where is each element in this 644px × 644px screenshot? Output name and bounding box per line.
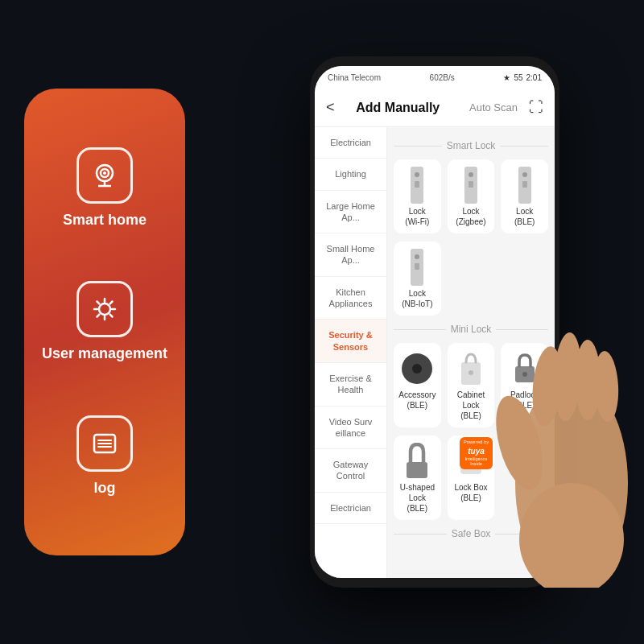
device-u-lock[interactable]: U-shaped Lock(BLE) — [394, 436, 441, 520]
svg-point-25 — [522, 372, 527, 377]
device-lock-ble[interactable]: Lock(BLE) — [501, 159, 548, 233]
u-lock-label: U-shaped Lock(BLE) — [398, 482, 436, 514]
safe-box-label-text: Safe Box — [452, 528, 491, 539]
accessory-icon-area — [399, 351, 435, 386]
nav-bar-inner: < Add Manually Auto Scan ⛶ — [326, 99, 543, 116]
lock-nbiot-icon-area — [399, 250, 435, 285]
lock-ble-icon-area — [507, 167, 543, 203]
tuya-name: tuya — [464, 446, 489, 456]
device-list-area: Smart Lock Lock( — [387, 127, 555, 578]
accessory-ble-label: Accessory(BLE) — [398, 390, 436, 411]
mini-lock-grid: Accessory(BLE) Cabinet Loc — [394, 343, 548, 427]
smart-lock-label-text: Smart Lock — [447, 140, 496, 151]
tuya-badge: Powered by tuya IntelligenceInside — [460, 437, 493, 469]
tuya-powered-by: Powered by — [464, 440, 489, 446]
svg-rect-12 — [415, 181, 419, 188]
auto-scan-tab[interactable]: Auto Scan — [469, 101, 518, 114]
gear-icon — [88, 292, 122, 326]
camera-icon — [88, 159, 122, 192]
battery-text: 55 — [514, 73, 522, 82]
network-speed: 602B/s — [430, 73, 455, 82]
lock-nbiot-icon — [410, 247, 424, 287]
lock-wifi-label: Lock(Wi-Fi) — [405, 206, 429, 227]
sidebar-item-smart-home[interactable]: Smart home — [63, 147, 147, 229]
scan-icon[interactable]: ⛶ — [529, 99, 543, 116]
mini-lock-label-text: Mini Lock — [451, 324, 492, 335]
padlock-icon — [513, 353, 537, 384]
sidebar-item-lighting[interactable]: Lighting — [315, 159, 386, 190]
sidebar-item-large-home[interactable]: Large Home Ap... — [315, 191, 386, 234]
device-cabinet-ble[interactable]: Cabinet Lock(BLE) — [448, 343, 495, 427]
nav-bar: < Add Manually Auto Scan ⛶ — [315, 89, 555, 127]
u-lock-icon — [405, 443, 429, 480]
lock-ble-label: Lock(BLE) — [514, 206, 535, 227]
sidebar-item-electrician[interactable]: Electrician — [315, 127, 386, 159]
lock-zigbee-label: Lock(Zigbee) — [456, 206, 485, 227]
lock-wifi-icon — [410, 165, 424, 205]
cabinet-icon-area — [453, 351, 489, 386]
cabinet-ble-label: Cabinet Lock(BLE) — [452, 390, 490, 421]
svg-point-2 — [103, 171, 106, 175]
lock-wifi-icon-area — [399, 167, 435, 203]
sidebar-item-gateway[interactable]: Gateway Control — [315, 449, 386, 493]
safe-box-section-label: Safe Box — [394, 528, 548, 539]
svg-point-11 — [415, 172, 419, 177]
mini-lock-grid-2: U-shaped Lock(BLE) Lock B — [394, 436, 548, 520]
smart-lock-grid: Lock(Wi-Fi) Lock(Zigbee) — [394, 159, 548, 233]
accessory-inner — [412, 364, 422, 374]
log-icon-box — [76, 415, 133, 472]
page-title: Add Manually — [343, 101, 453, 115]
sidebar-item-video[interactable]: Video Surv eillance — [315, 407, 386, 450]
log-label: log — [94, 480, 116, 497]
smart-lock-grid-2: Lock(NB-IoT) — [394, 242, 548, 316]
accessory-icon — [402, 353, 432, 384]
carrier-text: China Telecom — [328, 73, 381, 82]
lock-zigbee-icon — [464, 165, 478, 205]
svg-point-14 — [469, 172, 473, 177]
back-button[interactable]: < — [326, 99, 335, 116]
status-right: ★ 55 2:01 — [503, 73, 542, 82]
user-management-label: User management — [42, 345, 167, 363]
svg-point-5 — [99, 303, 110, 315]
device-lock-zigbee[interactable]: Lock(Zigbee) — [448, 159, 495, 233]
sidebar-item-log[interactable]: log — [76, 415, 133, 497]
svg-point-20 — [415, 254, 419, 259]
svg-rect-15 — [469, 181, 473, 188]
device-lockbox[interactable]: Lock Box(BLE) Powered by tuya Intelligen… — [448, 436, 495, 520]
sidebar-item-exercise[interactable]: Exercise & Health — [315, 363, 386, 407]
status-bar: China Telecom 602B/s ★ 55 2:01 — [315, 66, 555, 89]
smart-lock-section-label: Smart Lock — [394, 140, 548, 151]
device-padlock-ble[interactable]: Padlock(BLE) — [501, 343, 548, 427]
device-lock-wifi[interactable]: Lock(Wi-Fi) — [394, 159, 441, 233]
sidebar-item-electrician2[interactable]: Electrician — [315, 493, 386, 524]
svg-point-33 — [575, 340, 601, 420]
sidebar-item-user-management[interactable]: User management — [42, 281, 167, 363]
device-accessory-ble[interactable]: Accessory(BLE) — [394, 343, 441, 427]
svg-point-34 — [592, 350, 621, 422]
phone-screen: China Telecom 602B/s ★ 55 2:01 < Add Man… — [315, 66, 555, 578]
time-text: 2:01 — [526, 73, 542, 82]
user-mgmt-icon-box — [76, 281, 133, 337]
svg-point-23 — [469, 370, 473, 375]
tuya-subtitle: IntelligenceInside — [464, 456, 489, 467]
sidebar-item-security[interactable]: Security & Sensors — [315, 320, 386, 363]
category-sidebar: Electrician Lighting Large Home Ap... Sm… — [315, 127, 387, 578]
padlock-icon-area — [507, 351, 543, 386]
padlock-ble-label: Padlock(BLE) — [510, 390, 539, 411]
svg-point-17 — [522, 172, 527, 177]
content-area: Electrician Lighting Large Home Ap... Sm… — [315, 127, 555, 578]
sidebar-item-small-home[interactable]: Small Home Ap... — [315, 233, 386, 277]
cabinet-lock-icon — [458, 351, 484, 386]
smart-home-label: Smart home — [63, 212, 147, 229]
svg-rect-18 — [522, 181, 527, 188]
lock-ble-icon — [518, 165, 532, 205]
mini-lock-section-label: Mini Lock — [394, 324, 548, 335]
sidebar-item-kitchen[interactable]: Kitchen Appliances — [315, 277, 386, 320]
smart-home-icon-box — [76, 147, 133, 204]
u-lock-icon-area — [399, 444, 435, 479]
left-panel: Smart home User management log — [24, 89, 185, 555]
lock-zigbee-icon-area — [453, 167, 489, 203]
svg-rect-26 — [407, 462, 427, 478]
list-icon — [88, 427, 122, 460]
device-lock-nbiot[interactable]: Lock(NB-IoT) — [394, 242, 441, 316]
